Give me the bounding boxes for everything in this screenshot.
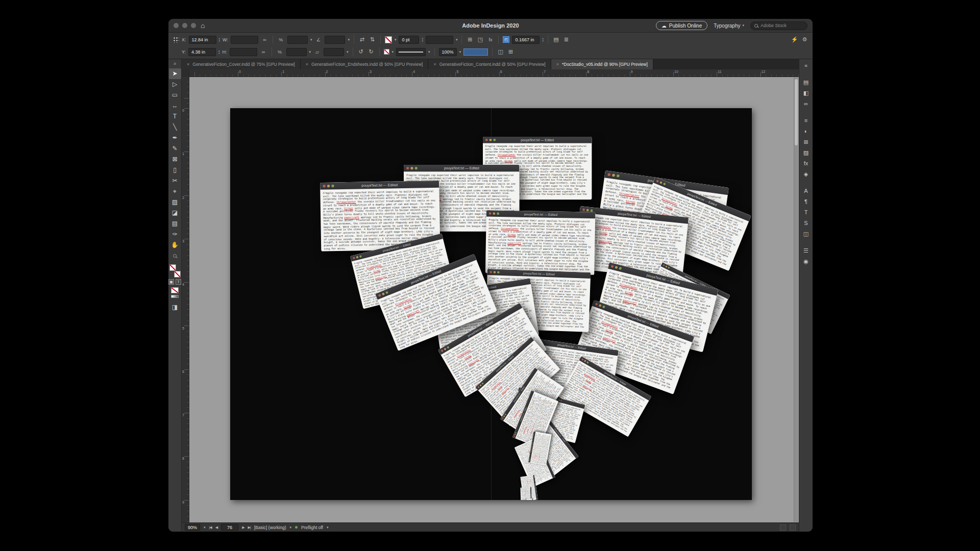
corner-radius-steppers[interactable]: ▴▾ [542,37,544,42]
close-window-button[interactable] [174,23,179,28]
document-tab[interactable]: ×GenerativeFiction_Endsheets.indd @ 50% … [301,59,429,69]
y-steppers[interactable]: ▴▾ [218,49,220,54]
hand-tool[interactable]: ✋ [169,240,181,251]
scissors-tool[interactable]: ✂ [169,176,181,186]
tab-close-icon[interactable]: × [433,62,436,67]
chevron-down-icon[interactable]: ▾ [204,525,206,530]
preflight-panel-icon[interactable]: ◉ [800,256,812,267]
gradient-swatch-tool[interactable]: ▨ [169,197,181,208]
zoom-tool[interactable] [169,251,181,261]
fill-swatch-none[interactable] [384,49,389,55]
direct-selection-tool[interactable]: ▷ [169,79,181,90]
panel-collapse-icon[interactable]: « [800,60,812,71]
opacity-field[interactable]: 100% [439,48,457,56]
rectangle-tool[interactable]: ▯ [169,165,181,176]
chevron-down-icon[interactable]: ▾ [309,50,311,54]
screen-mode-button[interactable]: ◨ [169,302,181,313]
width-field[interactable] [231,36,258,44]
constrain-proportions-icon[interactable]: ∞ [260,49,267,55]
chevron-down-icon[interactable]: ▾ [459,50,461,54]
previous-page-button[interactable]: ◀ [215,525,217,530]
frame-grid-icon[interactable]: ⊞ [466,36,474,43]
scale-x-field[interactable] [287,36,308,44]
shear-field[interactable] [324,48,344,56]
character-styles-panel-icon[interactable]: T [800,207,812,218]
stroke-type-dropdown[interactable] [396,48,426,56]
chevron-down-icon[interactable]: ▾ [347,50,349,54]
toolbar-expand-icon[interactable]: » [169,59,181,68]
tab-close-icon[interactable]: × [187,62,189,67]
flip-horizontal-icon[interactable]: ⇄ [358,36,366,43]
chevron-down-icon[interactable]: ▾ [392,50,394,54]
scale-y-field[interactable] [286,48,307,56]
note-tool[interactable]: ▤ [169,218,181,229]
effects-icon[interactable]: fx [486,37,494,42]
selection-tool[interactable]: ➤ [169,68,181,79]
color-panel-icon[interactable]: ◐ [800,126,812,137]
layers-panel-icon[interactable]: ◧ [800,88,812,98]
paragraph-styles-panel-icon[interactable]: S [800,218,812,229]
zoom-window-button[interactable] [191,23,196,28]
tab-close-icon[interactable]: × [306,62,308,67]
x-steppers[interactable]: ▴▾ [219,37,220,42]
height-field[interactable] [230,48,257,56]
gap-tool[interactable]: ↔ [169,101,181,111]
zoom-level-dropdown[interactable]: 90% [185,524,200,531]
pages-panel-icon[interactable]: ▤ [800,77,812,88]
gradient-feather-tool[interactable]: ◪ [169,208,181,218]
stroke-swatch-icon[interactable] [174,271,181,278]
chevron-down-icon[interactable]: ▾ [290,525,292,530]
ruler-origin-corner[interactable] [182,69,189,77]
apply-gradient-button[interactable] [171,295,179,298]
text-frame-options-icon[interactable]: ▤ [552,36,560,43]
document-page[interactable]: pouyaText.txt — EditedFragile renegade c… [230,108,752,500]
gpu-performance-icon[interactable]: ⚡ [791,36,798,43]
flip-vertical-icon[interactable]: ⇅ [369,36,376,43]
type-tool[interactable]: T [169,111,181,122]
chevron-down-icon[interactable]: ▾ [327,525,329,530]
fill-stroke-indicator[interactable] [169,264,181,278]
chevron-down-icon[interactable]: ▾ [310,38,312,42]
chevron-down-icon[interactable]: ▾ [428,50,430,54]
character-panel-icon[interactable]: A [800,186,812,196]
stroke-style-dropdown[interactable] [426,36,453,44]
preflight-profile-label[interactable]: [Basic] (working) [254,525,286,530]
rectangle-frame-tool[interactable]: ⊠ [169,154,181,165]
scrollbar-corner-button[interactable] [780,524,786,531]
chevron-down-icon[interactable]: ▾ [395,38,397,42]
reference-point-proxy[interactable] [173,36,179,43]
stroke-weight-field[interactable]: 0 pt [399,36,419,44]
stroke-weight-steppers[interactable]: ▴▾ [422,37,423,42]
document-tab[interactable]: ×*DocStudio_v05.indd @ 90% [GPU Preview] [551,59,653,69]
swatches-panel-icon[interactable]: ⊞ [800,137,812,147]
document-tab[interactable]: ×GenerativeFiction_Content.indd @ 50% [G… [428,59,551,69]
first-page-button[interactable]: |◀ [209,525,212,530]
pasteboard[interactable]: pouyaText.txt — EditedFragile renegade c… [189,77,799,522]
chevron-down-icon[interactable]: ▾ [348,38,350,42]
rotation-angle-field[interactable] [325,36,345,44]
page-tool[interactable]: ▭ [169,90,181,101]
scrollbar-corner-button[interactable] [790,524,796,531]
publish-online-button[interactable]: ☁ Publish Online [656,21,707,30]
paragraph-panel-icon[interactable]: ¶ [800,196,812,207]
horizontal-ruler[interactable]: 0123456789101112 [182,69,799,77]
last-page-button[interactable]: ▶| [248,525,251,530]
home-icon[interactable]: ⌂ [201,22,205,29]
panel-menu-gear-icon[interactable]: ⚙ [801,36,808,43]
align-panel-icon[interactable]: ☰ [800,245,812,256]
apply-none-button[interactable] [171,287,179,293]
formatting-affects-text-button[interactable]: T [176,279,181,285]
next-page-button[interactable]: ▶ [242,525,244,530]
pen-tool[interactable]: ✒ [169,133,181,143]
y-position-field[interactable]: 4.38 in [188,48,216,56]
object-states-icon[interactable]: ⊞ [507,48,514,55]
workspace-switcher[interactable]: Typography ▾ [714,23,744,29]
tab-close-icon[interactable]: × [556,62,559,67]
eyedropper-tool[interactable]: ✑ [169,229,181,240]
x-position-field[interactable]: 12.84 in [189,36,216,44]
pencil-tool[interactable]: ✎ [169,143,181,154]
rotate-cw-icon[interactable]: ↻ [368,48,375,55]
links-panel-icon[interactable]: ∞ [800,98,812,109]
frame-fitting-icon[interactable]: ◳ [476,36,484,43]
minimize-window-button[interactable] [182,23,187,28]
